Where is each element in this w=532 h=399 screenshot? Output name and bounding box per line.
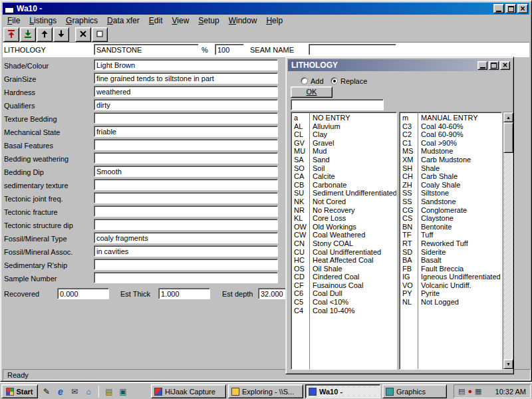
field-input-fossil-mineral-type[interactable] bbox=[94, 232, 278, 243]
replace-radio[interactable] bbox=[331, 77, 338, 84]
scroll-up-button[interactable]: ▲ bbox=[503, 112, 513, 122]
field-input-texture-bedding[interactable] bbox=[94, 112, 278, 124]
printer-icon[interactable]: ▤ bbox=[458, 388, 465, 395]
list-item[interactable]: CDCindered Coal bbox=[291, 273, 396, 281]
menu-item-help[interactable]: Help bbox=[261, 15, 287, 27]
record-next-button[interactable] bbox=[53, 27, 69, 42]
list-scrollbar[interactable]: ▲ ▼ bbox=[503, 112, 513, 370]
list-item[interactable]: TFTuff bbox=[400, 231, 501, 239]
seam-name-input[interactable] bbox=[309, 44, 396, 55]
scroll-down-button[interactable]: ▼ bbox=[503, 359, 513, 369]
dialog-minimize-button[interactable] bbox=[477, 61, 487, 70]
list-item[interactable]: CFFusainous Coal bbox=[291, 281, 396, 290]
list-item[interactable]: SASand bbox=[291, 156, 396, 164]
lithology-input[interactable] bbox=[94, 44, 199, 55]
list-item[interactable]: CBCarbonate bbox=[291, 181, 396, 190]
list-item[interactable]: SUSediment Undifferentiated bbox=[291, 189, 396, 198]
edit-icon[interactable]: ✎ bbox=[41, 386, 52, 397]
list-item[interactable]: CGConglomerate bbox=[400, 206, 501, 215]
field-input-basal-features[interactable] bbox=[94, 139, 278, 150]
est-thick-input[interactable] bbox=[158, 288, 210, 299]
list-item[interactable]: OSOil Shale bbox=[291, 265, 396, 273]
list-item[interactable]: KLCore Loss bbox=[291, 214, 396, 223]
list-item[interactable]: IGIgneous Undifferentiated bbox=[400, 273, 501, 281]
list-item[interactable]: C4Coal 10-40% bbox=[291, 307, 396, 315]
taskbar-task-exploring-s[interactable]: Exploring - \\S... bbox=[228, 384, 303, 398]
list-item[interactable]: VOVolcanic Undiff. bbox=[400, 281, 501, 290]
list-item[interactable]: aNO ENTRY bbox=[291, 114, 396, 122]
list-item[interactable]: CLClay bbox=[291, 130, 396, 139]
field-input-fossil-mineral-assoc[interactable] bbox=[94, 245, 278, 257]
field-input-tectonic-structure-dip[interactable] bbox=[94, 219, 278, 230]
list-item[interactable]: HCHeat Affected Coal bbox=[291, 256, 396, 265]
field-input-sedimentary-r-ship[interactable] bbox=[94, 259, 278, 270]
list-item[interactable]: C6Coal Dull bbox=[291, 289, 396, 298]
mail-icon[interactable]: ✉ bbox=[69, 386, 80, 397]
taskbar-task-graphics[interactable]: Graphics bbox=[382, 384, 447, 398]
percent-input[interactable] bbox=[215, 44, 244, 55]
field-input-shade-colour[interactable] bbox=[94, 59, 278, 70]
menu-item-edit[interactable]: Edit bbox=[144, 15, 168, 27]
list-item[interactable]: CNStony COAL bbox=[291, 239, 396, 248]
list-item[interactable]: PYPyrite bbox=[400, 289, 501, 298]
list-item[interactable]: OWOld Workings bbox=[291, 223, 396, 231]
menu-item-listings[interactable]: Listings bbox=[25, 15, 61, 27]
list-item[interactable]: NRNo Recovery bbox=[291, 206, 396, 215]
list-item[interactable]: CUCoal Undifferentiated bbox=[291, 248, 396, 257]
lithology-list-right[interactable]: mMANUAL ENTRYC3Coal 40-60%C2Coal 60-90%C… bbox=[399, 112, 502, 370]
list-item[interactable]: CHCarb Shale bbox=[400, 172, 501, 181]
list-item[interactable]: CWCoal Weathered bbox=[291, 231, 396, 239]
list-item[interactable]: mMANUAL ENTRY bbox=[400, 114, 501, 122]
status-red-icon[interactable]: ● bbox=[467, 388, 472, 395]
list-item[interactable]: C2Coal 60-90% bbox=[400, 130, 501, 139]
channels-icon[interactable]: ▤ bbox=[104, 386, 114, 397]
menu-item-window[interactable]: Window bbox=[224, 15, 262, 27]
add-radio[interactable] bbox=[301, 77, 308, 84]
record-previous-button[interactable] bbox=[37, 27, 53, 42]
list-item[interactable]: NLNot Logged bbox=[400, 298, 501, 307]
recovered-input[interactable] bbox=[57, 288, 109, 299]
replace-radio-label[interactable]: Replace bbox=[340, 77, 367, 85]
list-item[interactable]: C1Coal >90% bbox=[400, 139, 501, 148]
field-input-tectonic-joint-freq[interactable] bbox=[94, 192, 278, 203]
field-input-sedimentary-texture[interactable] bbox=[94, 179, 278, 190]
list-item[interactable]: SHShale bbox=[400, 164, 501, 173]
list-item[interactable]: BABasalt bbox=[400, 256, 501, 265]
list-item[interactable]: ALAlluvium bbox=[291, 122, 396, 131]
maximize-button[interactable] bbox=[505, 4, 516, 13]
field-input-hardness[interactable] bbox=[94, 86, 278, 97]
list-item[interactable]: NKNot Cored bbox=[291, 198, 396, 206]
add-radio-label[interactable]: Add bbox=[311, 77, 324, 85]
desktop-icon[interactable]: ⌂ bbox=[83, 386, 94, 397]
close-button[interactable]: × bbox=[517, 4, 528, 13]
list-item[interactable]: RTReworked Tuff bbox=[400, 239, 501, 248]
ok-button[interactable]: OK bbox=[291, 86, 332, 98]
list-item[interactable]: MUMud bbox=[291, 147, 396, 156]
list-item[interactable]: SOSoil bbox=[291, 164, 396, 173]
scroll-thumb[interactable] bbox=[503, 122, 513, 153]
list-item[interactable]: C3Coal 40-60% bbox=[400, 122, 501, 131]
field-input-grainsize[interactable] bbox=[94, 72, 278, 84]
record-first-button[interactable] bbox=[3, 27, 19, 42]
minimize-button[interactable] bbox=[493, 4, 504, 13]
list-item[interactable]: ZHCoaly Shale bbox=[400, 181, 501, 190]
start-button[interactable]: Start bbox=[1, 384, 38, 398]
field-input-bedding-dip[interactable] bbox=[94, 166, 278, 177]
lithology-entry-input[interactable] bbox=[291, 99, 384, 110]
menu-item-graphics[interactable]: Graphics bbox=[61, 15, 102, 27]
dialog-maximize-button[interactable] bbox=[489, 61, 499, 70]
list-item[interactable]: MSMudstone bbox=[400, 147, 501, 156]
field-input-sample-number[interactable] bbox=[94, 272, 278, 283]
list-item[interactable]: BNBentonite bbox=[400, 223, 501, 231]
list-item[interactable]: C5Coal <10% bbox=[291, 298, 396, 307]
dialog-close-button[interactable]: × bbox=[500, 61, 510, 70]
list-item[interactable]: XMCarb Mudstone bbox=[400, 156, 501, 164]
menu-item-setup[interactable]: Setup bbox=[194, 15, 223, 27]
search-icon[interactable]: ▣ bbox=[118, 386, 128, 397]
taskbar-clock[interactable]: 10:32 AM bbox=[495, 388, 526, 396]
field-input-tectonic-fracture[interactable] bbox=[94, 205, 278, 217]
list-item[interactable]: FBFault Breccia bbox=[400, 265, 501, 273]
list-item[interactable]: CACalcite bbox=[291, 172, 396, 181]
list-item[interactable]: SSSiltstone bbox=[400, 189, 501, 198]
menu-item-data-xfer[interactable]: Data xfer bbox=[102, 15, 144, 27]
